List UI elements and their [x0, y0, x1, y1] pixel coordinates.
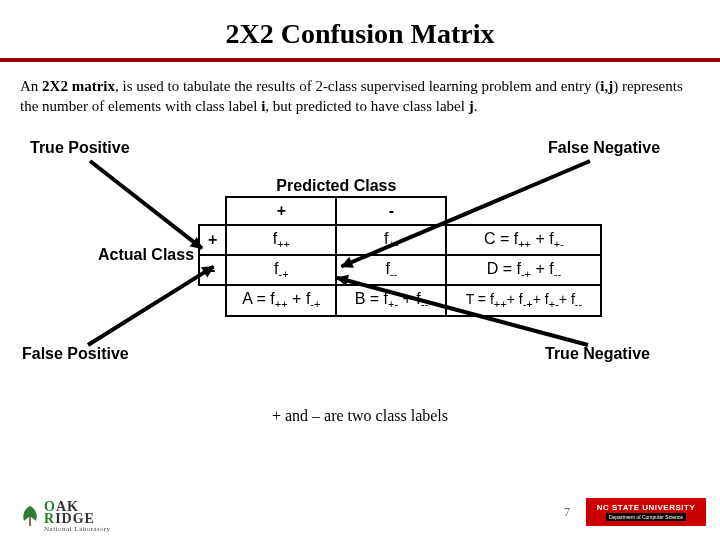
para-b2: i,j	[600, 78, 613, 94]
ncsu-dept: Department of Computer Science	[606, 513, 686, 521]
para-b1: 2X2 matrix	[42, 78, 115, 94]
cell-grand-total-t: T = f+++ f-++ f+-+ f--	[446, 285, 601, 315]
cell-col-total-b: B = f+- + f--	[336, 285, 446, 315]
leaf-icon	[20, 505, 40, 527]
ncsu-name: NC STATE UNIVERSITY	[597, 503, 696, 512]
para-mid3: , but predicted to have class label	[265, 98, 468, 114]
col-header-minus: -	[336, 197, 446, 225]
description-paragraph: An 2X2 matrix, is used to tabulate the r…	[0, 62, 720, 125]
row-header-minus: -	[199, 255, 226, 285]
label-true-negative: True Negative	[545, 345, 650, 363]
footnote-class-labels: + and – are two class labels	[0, 407, 720, 425]
col-header-plus: +	[226, 197, 336, 225]
confusion-matrix-table: Predicted Class + - Actual Class + f++ f…	[90, 173, 602, 317]
page-number: 7	[564, 505, 570, 520]
label-true-positive: True Positive	[30, 139, 130, 157]
row-header-plus: +	[199, 225, 226, 255]
label-false-negative: False Negative	[548, 139, 660, 157]
para-mid1: , is used to tabulate the results of 2-c…	[115, 78, 600, 94]
oakridge-logo: OAKRIDGE National Laboratory	[20, 501, 110, 532]
slide-title: 2X2 Confusion Matrix	[0, 0, 720, 58]
cell-fpm: f+-	[336, 225, 446, 255]
diagram-stage: True Positive False Negative False Posit…	[0, 125, 720, 405]
para-end: .	[474, 98, 478, 114]
cell-col-total-a: A = f++ + f-+	[226, 285, 336, 315]
cell-fmp: f-+	[226, 255, 336, 285]
cell-row-total-c: C = f++ + f+-	[446, 225, 601, 255]
cell-row-total-d: D = f-+ + f--	[446, 255, 601, 285]
header-predicted-class: Predicted Class	[226, 173, 446, 198]
oakridge-subtitle: National Laboratory	[44, 526, 110, 532]
header-actual-class: Actual Class	[90, 225, 199, 285]
cell-fmm: f--	[336, 255, 446, 285]
para-pre: An	[20, 78, 42, 94]
cell-fpp: f++	[226, 225, 336, 255]
ncsu-logo: NC STATE UNIVERSITY Department of Comput…	[586, 498, 706, 526]
footer: OAKRIDGE National Laboratory 7 NC STATE …	[0, 494, 720, 532]
oakridge-name: OAKRIDGE	[44, 501, 110, 526]
label-false-positive: False Positive	[22, 345, 129, 363]
